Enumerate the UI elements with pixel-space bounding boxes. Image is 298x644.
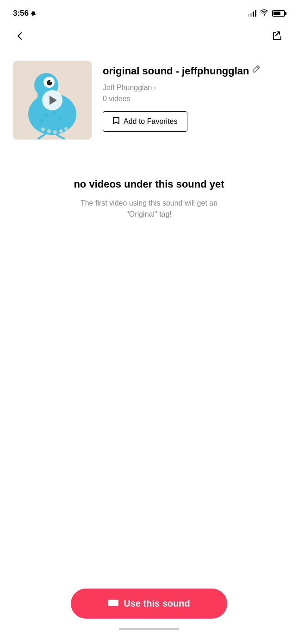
- video-count: 0 videos: [103, 95, 285, 103]
- edit-icon[interactable]: [252, 65, 261, 76]
- svg-point-15: [52, 111, 56, 115]
- svg-line-18: [257, 67, 259, 68]
- sound-title: original sound - jeffphungglan: [103, 65, 285, 78]
- status-icons: [248, 9, 285, 18]
- add-favorites-label: Add to Favorites: [124, 117, 178, 126]
- nav-bar: [0, 24, 298, 54]
- play-triangle: [50, 96, 57, 105]
- status-bar: 3:56: [0, 0, 298, 24]
- use-this-sound-button[interactable]: Use this sound: [71, 589, 227, 619]
- svg-point-8: [47, 129, 51, 133]
- artist-row[interactable]: Jeff Phungglan ›: [103, 84, 285, 92]
- svg-point-6: [50, 80, 52, 82]
- time-label: 3:56: [13, 9, 29, 18]
- svg-point-14: [44, 113, 49, 118]
- svg-point-9: [53, 130, 57, 134]
- use-sound-label: Use this sound: [124, 598, 190, 609]
- share-button[interactable]: [269, 28, 285, 46]
- back-icon: [15, 31, 25, 41]
- svg-point-11: [64, 127, 68, 131]
- artist-name[interactable]: Jeff Phungglan: [103, 84, 152, 92]
- signal-bar-4: [255, 10, 256, 17]
- svg-point-7: [41, 128, 45, 131]
- battery-fill: [273, 12, 280, 15]
- svg-point-17: [40, 119, 43, 123]
- signal-bar-1: [248, 14, 249, 17]
- battery-icon: [272, 10, 285, 17]
- empty-state-title: no videos under this sound yet: [74, 178, 224, 190]
- camera-icon: [108, 598, 119, 609]
- empty-state: no videos under this sound yet The first…: [0, 151, 298, 238]
- svg-point-10: [59, 129, 63, 133]
- location-icon: [31, 11, 36, 16]
- share-icon: [271, 30, 283, 42]
- signal-bar-2: [250, 13, 252, 17]
- bottom-container: Use this sound: [0, 589, 298, 630]
- wifi-icon: [260, 9, 268, 18]
- signal-bars: [248, 10, 256, 17]
- play-button[interactable]: [42, 90, 62, 110]
- sound-thumbnail[interactable]: [13, 61, 92, 140]
- bookmark-icon: [112, 116, 120, 127]
- signal-bar-3: [253, 12, 254, 17]
- sound-info: original sound - jeffphungglan Jeff Phun…: [103, 61, 285, 132]
- empty-state-description: The first video using this sound will ge…: [75, 198, 223, 220]
- sound-title-text: original sound - jeffphungglan: [103, 65, 249, 78]
- sound-header: original sound - jeffphungglan Jeff Phun…: [0, 54, 298, 151]
- artist-chevron-icon: ›: [154, 84, 156, 91]
- add-to-favorites-button[interactable]: Add to Favorites: [103, 111, 187, 132]
- back-button[interactable]: [13, 29, 27, 45]
- home-indicator: [119, 628, 179, 630]
- svg-point-16: [57, 117, 61, 121]
- status-time: 3:56: [13, 9, 36, 18]
